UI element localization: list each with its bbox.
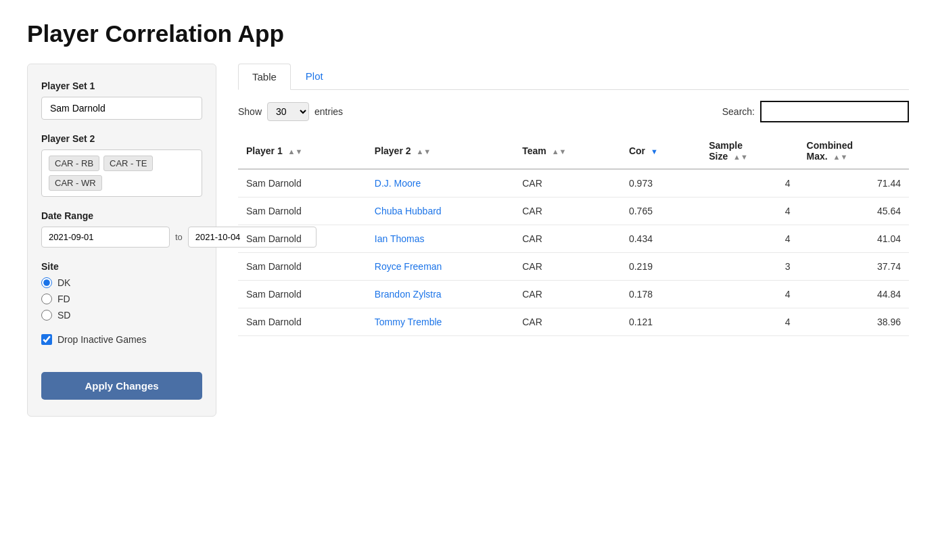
player2-link[interactable]: Tommy Tremble (375, 317, 442, 327)
left-panel: Player Set 1 Player Set 2 CAR - RB CAR -… (27, 64, 216, 417)
player-set-1-section: Player Set 1 (41, 80, 202, 120)
cell-player1: Sam Darnold (238, 281, 367, 308)
cell-player2: Tommy Tremble (367, 308, 514, 336)
player-set-2-label: Player Set 2 (41, 133, 202, 144)
col-header-sample-size[interactable]: SampleSize ▲▼ (701, 133, 798, 169)
col-header-player2[interactable]: Player 2 ▲▼ (367, 133, 514, 169)
player-set-2-section: Player Set 2 CAR - RB CAR - TE CAR - WR (41, 133, 202, 197)
tag-car-wr: CAR - WR (49, 175, 102, 191)
col-player2-label: Player 2 (375, 145, 411, 156)
site-radio-group: DK FD SD (41, 277, 202, 321)
site-label: Site (41, 261, 202, 272)
cell-player1: Sam Darnold (238, 225, 367, 253)
table-row: Sam Darnold Ian Thomas CAR 0.434 4 41.04 (238, 225, 909, 253)
col-header-cor[interactable]: Cor ▼ (621, 133, 701, 169)
search-input[interactable] (760, 101, 909, 122)
table-row: Sam Darnold Brandon Zylstra CAR 0.178 4 … (238, 281, 909, 308)
col-team-label: Team (522, 145, 546, 156)
cell-combined-max: 41.04 (799, 225, 909, 253)
player2-link[interactable]: Brandon Zylstra (375, 289, 442, 300)
cell-player2: Royce Freeman (367, 253, 514, 281)
cell-player1: Sam Darnold (238, 169, 367, 197)
player-set-2-tags: CAR - RB CAR - TE CAR - WR (41, 149, 202, 197)
tab-plot[interactable]: Plot (292, 64, 337, 89)
right-panel: Table Plot Show 10 25 30 50 100 entries … (238, 64, 909, 336)
app-title: Player Correlation App (27, 20, 909, 47)
player-set-1-label: Player Set 1 (41, 80, 202, 91)
site-dk-label: DK (57, 277, 70, 288)
col-cor-label: Cor (629, 145, 645, 156)
cell-combined-max: 45.64 (799, 197, 909, 225)
player2-link[interactable]: D.J. Moore (375, 178, 421, 189)
search-box: Search: (722, 101, 909, 122)
cell-team: CAR (514, 197, 621, 225)
tab-bar: Table Plot (238, 64, 909, 90)
site-option-sd[interactable]: SD (41, 310, 202, 321)
table-header-row: Player 1 ▲▼ Player 2 ▲▼ Team ▲▼ Cor ▼ (238, 133, 909, 169)
cell-cor: 0.219 (621, 253, 701, 281)
drop-inactive-checkbox[interactable] (41, 334, 52, 345)
tag-car-te: CAR - TE (103, 156, 153, 171)
tag-car-rb: CAR - RB (49, 156, 99, 171)
apply-changes-button[interactable]: Apply Changes (41, 372, 202, 400)
player2-link[interactable]: Ian Thomas (375, 233, 425, 244)
cell-cor: 0.434 (621, 225, 701, 253)
col-player2-sort-icon: ▲▼ (416, 147, 431, 156)
cell-sample-size: 4 (701, 308, 798, 336)
date-to-separator: to (175, 232, 183, 242)
cell-sample-size: 4 (701, 225, 798, 253)
site-sd-label: SD (57, 310, 70, 321)
cell-combined-max: 38.96 (799, 308, 909, 336)
table-row: Sam Darnold D.J. Moore CAR 0.973 4 71.44 (238, 169, 909, 197)
drop-inactive-section: Drop Inactive Games (41, 334, 202, 345)
site-radio-fd[interactable] (41, 294, 52, 304)
date-range-label: Date Range (41, 210, 202, 221)
drop-inactive-checkbox-label[interactable]: Drop Inactive Games (41, 334, 202, 345)
cell-player1: Sam Darnold (238, 308, 367, 336)
table-row: Sam Darnold Royce Freeman CAR 0.219 3 37… (238, 253, 909, 281)
tab-table[interactable]: Table (238, 64, 291, 90)
cell-cor: 0.765 (621, 197, 701, 225)
cell-combined-max: 44.84 (799, 281, 909, 308)
cell-team: CAR (514, 169, 621, 197)
date-from-input[interactable] (41, 227, 170, 248)
player2-link[interactable]: Royce Freeman (375, 261, 442, 272)
col-sample-size-sort-icon: ▲▼ (733, 153, 748, 161)
site-option-dk[interactable]: DK (41, 277, 202, 288)
search-label: Search: (722, 106, 755, 117)
site-section: Site DK FD SD (41, 261, 202, 321)
drop-inactive-label: Drop Inactive Games (57, 334, 147, 345)
cell-cor: 0.121 (621, 308, 701, 336)
col-combined-max-sort-icon: ▲▼ (833, 153, 848, 161)
show-label: Show (238, 106, 262, 117)
table-row: Sam Darnold Chuba Hubbard CAR 0.765 4 45… (238, 197, 909, 225)
cell-player1: Sam Darnold (238, 197, 367, 225)
site-radio-dk[interactable] (41, 277, 52, 288)
cell-cor: 0.973 (621, 169, 701, 197)
data-table: Player 1 ▲▼ Player 2 ▲▼ Team ▲▼ Cor ▼ (238, 133, 909, 336)
cell-player2: Ian Thomas (367, 225, 514, 253)
cell-cor: 0.178 (621, 281, 701, 308)
cell-sample-size: 3 (701, 253, 798, 281)
entries-select[interactable]: 10 25 30 50 100 (267, 102, 309, 121)
table-row: Sam Darnold Tommy Tremble CAR 0.121 4 38… (238, 308, 909, 336)
player2-link[interactable]: Chuba Hubbard (375, 206, 442, 216)
col-header-player1[interactable]: Player 1 ▲▼ (238, 133, 367, 169)
col-team-sort-icon: ▲▼ (552, 147, 567, 156)
site-radio-sd[interactable] (41, 310, 52, 321)
cell-player2: Brandon Zylstra (367, 281, 514, 308)
cell-team: CAR (514, 281, 621, 308)
col-header-team[interactable]: Team ▲▼ (514, 133, 621, 169)
cell-player2: D.J. Moore (367, 169, 514, 197)
show-entries-control: Show 10 25 30 50 100 entries (238, 102, 343, 121)
col-header-combined-max[interactable]: CombinedMax. ▲▼ (799, 133, 909, 169)
cell-team: CAR (514, 253, 621, 281)
cell-team: CAR (514, 225, 621, 253)
cell-sample-size: 4 (701, 197, 798, 225)
player-set-1-input[interactable] (41, 97, 202, 120)
entries-label: entries (314, 106, 343, 117)
table-body: Sam Darnold D.J. Moore CAR 0.973 4 71.44… (238, 169, 909, 336)
col-player1-label: Player 1 (246, 145, 283, 156)
site-option-fd[interactable]: FD (41, 294, 202, 304)
col-cor-sort-icon: ▼ (651, 147, 658, 156)
